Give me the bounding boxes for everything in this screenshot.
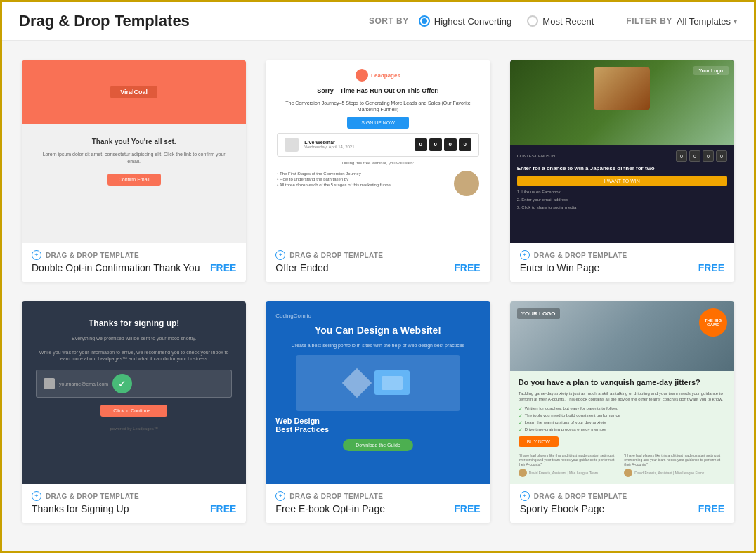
thumb-2-webinar-details: Live Webinar Wednesday, April 14, 2021 xyxy=(304,140,408,149)
template-name-row-2: Offer Ended FREE xyxy=(275,262,480,273)
template-price-4: FREE xyxy=(210,503,236,514)
template-info-5: + DRAG & DROP TEMPLATE Free E-book Opt-i… xyxy=(266,484,490,523)
sort-label: SORT BY xyxy=(369,16,409,26)
template-card-1[interactable]: ViralCoal Thank you! You're all set. Lor… xyxy=(22,60,246,282)
thumb-2-sub: The Conversion Journey–5 Steps to Genera… xyxy=(277,100,478,112)
sort-most-recent[interactable]: Most Recent xyxy=(527,15,594,27)
filter-value: All Templates xyxy=(677,16,731,27)
thumb-2-webinar-box: Live Webinar Wednesday, April 14, 2021 0… xyxy=(277,133,478,157)
thumb-6-avatar-name-1: David Francis, Assistant | Mile League T… xyxy=(529,471,598,476)
template-price-2: FREE xyxy=(454,262,480,273)
template-type-2: + DRAG & DROP TEMPLATE xyxy=(275,250,480,260)
template-name-row-5: Free E-book Opt-in Page FREE xyxy=(275,503,480,514)
thumb-2-countdown: 0 0 0 0 xyxy=(415,138,471,151)
sort-highest-converting[interactable]: Highest Converting xyxy=(419,15,512,27)
template-price-6: FREE xyxy=(698,503,724,514)
template-info-1: + DRAG & DROP TEMPLATE Double Opt-in Con… xyxy=(22,243,246,282)
thumb-6-title: Do you have a plan to vanquish game-day … xyxy=(519,378,726,387)
thumb-5-shapes-right xyxy=(374,370,410,395)
thumb-6-list-item-4: ✓ Drive time-draining process energy mem… xyxy=(519,427,726,433)
thumb-6-logo-box: YOUR LOGO xyxy=(517,308,560,319)
thumb-1-logo: ViralCoal xyxy=(110,86,157,98)
thumb-5-screen-img xyxy=(374,370,410,395)
template-card-4[interactable]: Thanks for signing up! Everything we pro… xyxy=(22,301,246,523)
thumb-3-box-2: 0 xyxy=(689,150,700,162)
template-type-icon-5: + xyxy=(275,491,285,501)
thumb-4-text: Everything we promised will be sent to y… xyxy=(36,335,232,363)
template-price-1: FREE xyxy=(210,262,236,273)
template-card-6[interactable]: YOUR LOGO THE BIG GAME Do you have a pla… xyxy=(510,301,734,523)
thumb-3-step-2: 2. Enter your email address xyxy=(517,197,727,203)
filter-section: FILTER BY All Templates ▾ xyxy=(626,16,737,27)
template-name-3: Enter to Win Page xyxy=(520,262,600,273)
template-type-1: + DRAG & DROP TEMPLATE xyxy=(32,250,236,260)
thumb-3-step-1: 1. Like us on Facebook xyxy=(517,190,727,195)
template-card-2[interactable]: Leadpages Sorry—Time Has Run Out On This… xyxy=(266,60,490,282)
template-type-label-6: DRAG & DROP TEMPLATE xyxy=(534,493,627,500)
thumb-6-list-item-3: ✓ Learn the warning signs of your day an… xyxy=(519,420,726,426)
thumb-6-badge: THE BIG GAME xyxy=(699,308,727,337)
header: Drag & Drop Templates SORT BY Highest Co… xyxy=(2,2,754,41)
thumb-2-webinar-icon xyxy=(285,138,299,152)
template-info-2: + DRAG & DROP TEMPLATE Offer Ended FREE xyxy=(266,243,490,282)
template-price-5: FREE xyxy=(454,503,480,514)
thumb-6-avatar-row-2: David Francis, Assistant | Mile League F… xyxy=(624,469,726,477)
thumb-1-btn: Confirm Email xyxy=(107,174,161,186)
thumb-4-cta-btn: Click to Continue... xyxy=(100,405,167,417)
thumb-3-box-4: 0 xyxy=(716,150,727,162)
thumb-6-avatar-1 xyxy=(519,469,527,477)
thumb-6-avatar-row-1: David Francis, Assistant | Mile League T… xyxy=(519,469,620,477)
template-type-icon-6: + xyxy=(520,491,530,501)
thumb-2-logo-text: Leadpages xyxy=(371,72,400,79)
template-type-label-4: DRAG & DROP TEMPLATE xyxy=(46,493,139,500)
thumb-2-portrait xyxy=(454,171,479,196)
thumb-3-cta-btn: I WANT TO WIN xyxy=(517,176,727,186)
thumb-1-header: ViralCoal xyxy=(22,60,246,124)
template-thumbnail-4: Thanks for signing up! Everything we pro… xyxy=(22,301,246,484)
template-type-4: + DRAG & DROP TEMPLATE xyxy=(32,491,236,501)
thumb-1-text: Lorem ipsum dolor sit amet, consectetur … xyxy=(36,151,232,165)
template-type-label-3: DRAG & DROP TEMPLATE xyxy=(534,252,627,259)
template-type-icon-4: + xyxy=(32,491,41,501)
thumb-2-webinar-date: Wednesday, April 14, 2021 xyxy=(304,145,408,149)
thumb-3-countdown-row: CONTEST ENDS IN 0 0 0 0 xyxy=(517,150,727,162)
template-card-5[interactable]: CodingCom.io You Can Design a Website! C… xyxy=(266,301,490,523)
thumb-5-title: You Can Design a Website! xyxy=(315,325,441,337)
thumb-6-testimonial-2: "I have had players like this and it jus… xyxy=(624,453,726,478)
thumb-2-count-box-2: 0 xyxy=(429,138,442,151)
chevron-down-icon: ▾ xyxy=(734,18,737,25)
thumb-6-avatar-name-2: David Francis, Assistant | Mile League F… xyxy=(634,471,704,476)
thumb-6-body: Do you have a plan to vanquish game-day … xyxy=(510,371,734,484)
thumb-3-countdown-label: CONTEST ENDS IN xyxy=(517,154,556,158)
thumb-4-email-text: yourname@email.com xyxy=(59,382,108,386)
template-card-3[interactable]: Your Logo CONTEST ENDS IN 0 0 0 0 Enter … xyxy=(510,60,734,282)
template-name-row-1: Double Opt-in Confirmation Thank You FRE… xyxy=(32,262,236,273)
thumb-5-graphic-inner xyxy=(296,355,460,411)
template-info-4: + DRAG & DROP TEMPLATE Thanks for Signin… xyxy=(22,484,246,523)
thumb-6-cta-btn: BUY NOW xyxy=(519,436,559,447)
thumb-4-email-box: yourname@email.com ✓ xyxy=(36,370,232,398)
template-type-label-2: DRAG & DROP TEMPLATE xyxy=(289,252,383,259)
template-type-icon-2: + xyxy=(275,250,285,260)
template-name-5: Free E-book Opt-in Page xyxy=(275,503,385,514)
template-price-3: FREE xyxy=(698,262,724,273)
thumb-6-list: ✓ Written for coaches, but easy for pare… xyxy=(519,406,726,433)
template-name-row-6: Sporty Ebook Page FREE xyxy=(520,503,724,514)
filter-dropdown[interactable]: All Templates ▾ xyxy=(677,16,737,27)
thumb-6-list-item-2: ✓ The tools you need to build consistent… xyxy=(519,413,726,419)
templates-grid: ViralCoal Thank you! You're all set. Lor… xyxy=(2,41,754,542)
thumb-3-body: CONTEST ENDS IN 0 0 0 0 Enter for a chan… xyxy=(510,145,734,243)
thumb-6-testimonial-1: "I have had players like this and it jus… xyxy=(519,453,620,478)
sort-highest-label: Highest Converting xyxy=(434,16,512,27)
thumb-5-sub: Create a best-selling portfolio in sites… xyxy=(292,342,464,349)
thumb-5-diamond-shape xyxy=(342,367,372,397)
thumb-5-web-text: Web DesignBest Practices xyxy=(275,417,329,434)
thumb-1-body: Thank you! You're all set. Lorem ipsum d… xyxy=(22,124,246,243)
sort-section: SORT BY Highest Converting Most Recent xyxy=(369,15,605,27)
thumb-5-logo: CodingCom.io xyxy=(275,313,311,319)
thumb-3-box-1: 0 xyxy=(676,150,687,162)
thumb-2-logo: Leadpages xyxy=(356,69,400,82)
template-name-2: Offer Ended xyxy=(275,262,328,273)
template-type-label-1: DRAG & DROP TEMPLATE xyxy=(46,252,139,259)
thumb-2-title: Sorry—Time Has Run Out On This Offer! xyxy=(317,87,438,96)
